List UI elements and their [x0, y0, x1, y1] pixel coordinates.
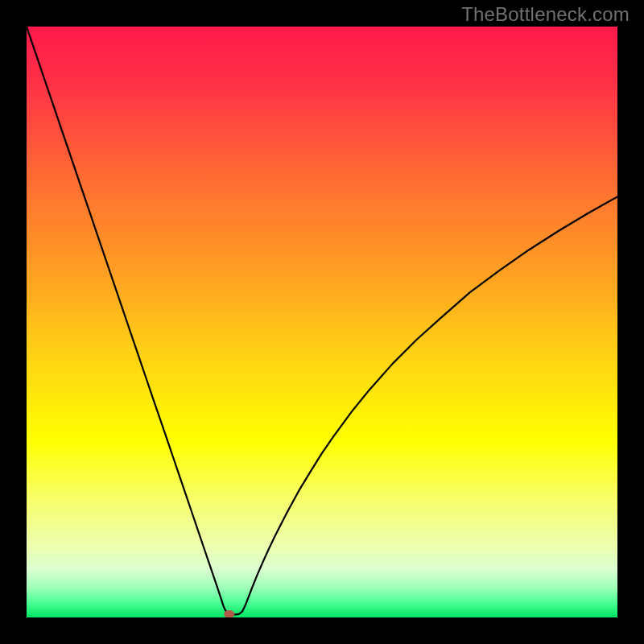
watermark-label: TheBottleneck.com — [461, 3, 630, 26]
bottleneck-curve — [27, 27, 617, 617]
plot-area — [27, 27, 617, 617]
chart-frame: TheBottleneck.com — [0, 0, 644, 644]
